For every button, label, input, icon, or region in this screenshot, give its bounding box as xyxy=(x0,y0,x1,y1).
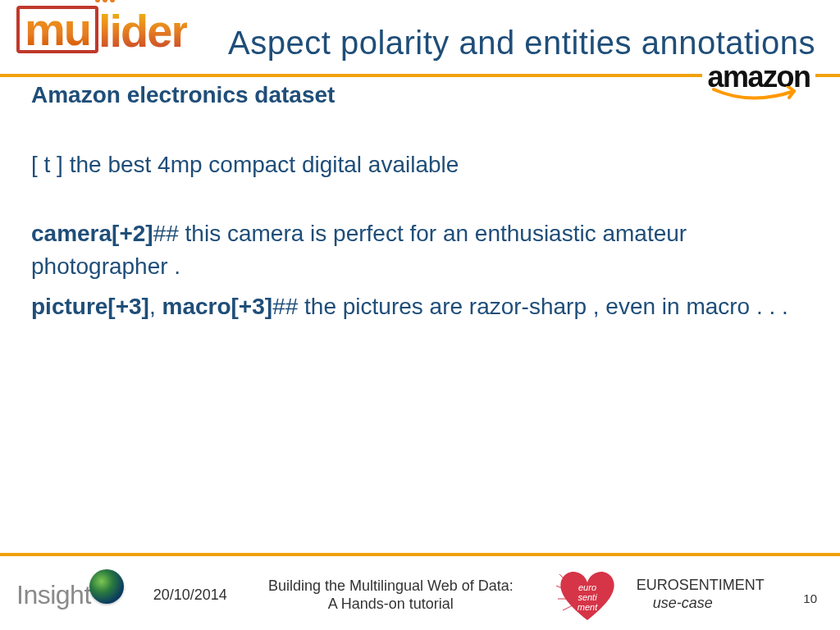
page-number: 10 xyxy=(803,591,817,605)
amazon-logo: amazon xyxy=(702,66,815,104)
slide-footer: Insight 20/10/2014 Building the Multilin… xyxy=(0,559,840,630)
svg-text:ment: ment xyxy=(577,602,597,612)
globe-icon xyxy=(89,569,124,604)
logo-lider-text: lider xyxy=(98,5,187,57)
aspect-tag: camera[+2] xyxy=(31,221,153,246)
eurosentiment-heart-icon: euro senti ment xyxy=(555,566,620,623)
insight-logo: Insight xyxy=(16,578,129,612)
logo-mu-text: mu xyxy=(16,6,98,53)
content-para-1: camera[+2]## this camera is perfect for … xyxy=(31,217,815,284)
footer-date: 20/10/2014 xyxy=(153,587,227,604)
slide-title: Aspect polarity and entities annotations xyxy=(228,25,815,62)
svg-text:senti: senti xyxy=(578,592,597,602)
aspect-tag: macro[+3] xyxy=(162,294,273,319)
svg-text:euro: euro xyxy=(578,582,596,592)
divider-bottom xyxy=(0,553,840,556)
footer-title: Building the Multilingual Web of Data: A… xyxy=(268,577,514,614)
mulider-logo: mulider xyxy=(16,4,187,57)
svg-line-3 xyxy=(563,605,573,610)
euro-line2: use-case xyxy=(637,595,765,613)
content-para-2: picture[+3], macro[+3]## the pictures ar… xyxy=(31,290,815,324)
slide-content: Amazon electronics dataset [ t ] the bes… xyxy=(31,82,815,331)
footer-title-line2: A Hands-on tutorial xyxy=(268,595,514,614)
amazon-text: amazon xyxy=(705,66,812,89)
eurosentiment-label: EUROSENTIMENT use-case xyxy=(637,577,765,612)
para-text: ## the pictures are razor-sharp , even i… xyxy=(272,294,788,319)
euro-line1: EUROSENTIMENT xyxy=(637,577,765,595)
footer-title-line1: Building the Multilingual Web of Data: xyxy=(268,577,514,596)
aspect-separator: , xyxy=(149,294,162,319)
aspect-tag: picture[+3] xyxy=(31,294,149,319)
content-line-1: [ t ] the best 4mp compact digital avail… xyxy=(31,149,815,180)
content-subheading: Amazon electronics dataset xyxy=(31,82,815,108)
insight-text: Insight xyxy=(16,580,91,610)
logo-dots-icon xyxy=(95,0,115,2)
